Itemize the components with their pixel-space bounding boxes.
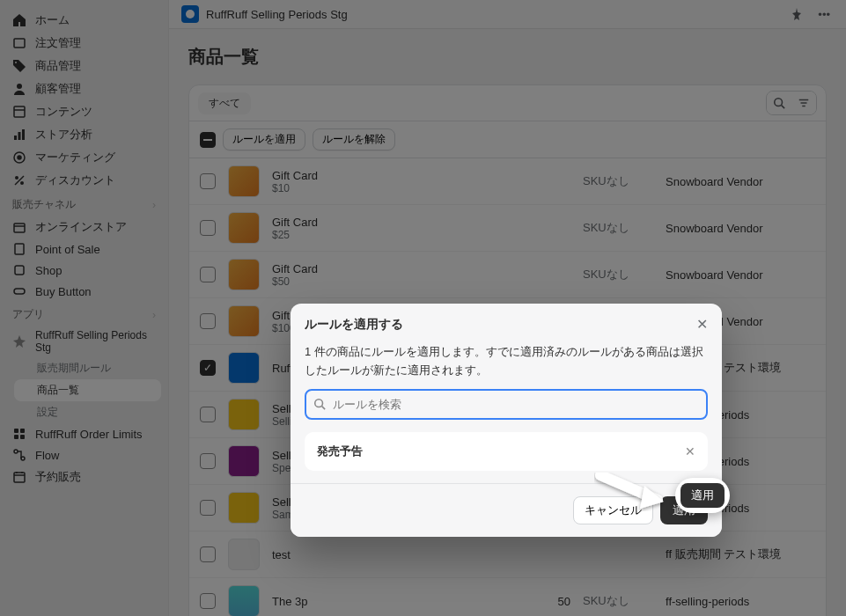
selected-rule-label: 発売予告 [317,443,363,461]
search-icon [313,398,326,410]
cancel-button[interactable]: キャンセル [573,496,653,524]
rule-search-input[interactable] [305,389,708,420]
modal-close-button[interactable]: ✕ [696,316,708,333]
svg-point-23 [315,400,323,407]
modal-description: 1 件の商品にルールを適用します。すでに適用済みのルールがある商品は選択したルー… [305,343,708,380]
selected-rule-row[interactable]: 発売予告 ✕ [305,432,708,472]
modal-header: ルールを適用する ✕ [291,304,722,340]
apply-button-highlight: 適用 [675,478,730,513]
modal-body: 1 件の商品にルールを適用します。すでに適用済みのルールがある商品は選択したルー… [291,340,722,483]
rule-search-box [305,389,708,420]
remove-selected-button[interactable]: ✕ [685,444,695,458]
modal-footer: キャンセル 適用 [291,483,722,537]
apply-button-highlighted[interactable]: 適用 [680,483,725,508]
modal-title: ルールを適用する [305,317,403,333]
apply-rule-modal: ルールを適用する ✕ 1 件の商品にルールを適用します。すでに適用済みのルールが… [291,304,722,537]
